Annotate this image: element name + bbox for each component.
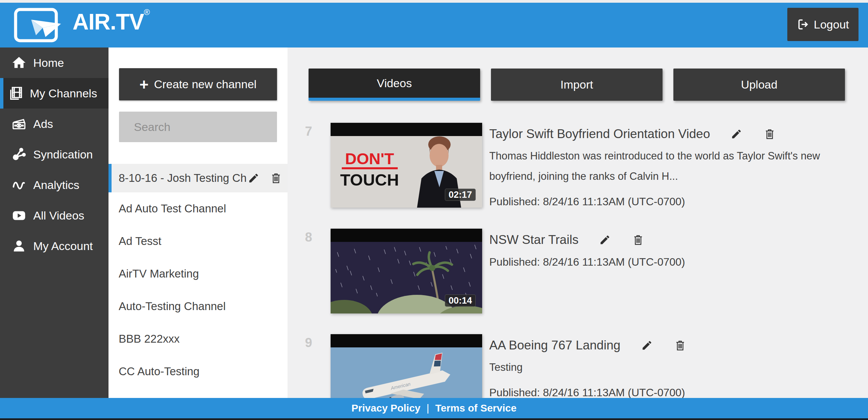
channel-name: Ad Auto Test Channel [119,202,283,215]
thumb-text-touch: TOUCH [340,171,399,189]
footer: Privacy Policy | Terms of Service [0,398,868,418]
video-published: Published: 8/24/16 11:13AM (UTC-0700) [489,256,855,268]
channel-name: AirTV Marketing [119,267,283,280]
video-title: AA Boeing 767 Landing [489,338,620,352]
airtv-logo-icon [10,5,68,45]
video-description: Testing [489,357,855,378]
create-channel-label: Create new channel [154,78,256,91]
channel-item[interactable]: CC Auto-Testing [108,355,288,388]
channel-search-box [119,112,277,142]
create-channel-button[interactable]: + Create new channel [119,68,277,100]
analytics-icon [11,177,27,193]
video-thumbnail[interactable]: 00:14 [331,229,482,313]
channel-item[interactable]: Ad Auto Test Channel [108,192,288,225]
channel-item[interactable]: Ad Tesst [108,225,288,257]
sidebar-item-ads[interactable]: Ads [0,109,108,139]
video-number: 7 [298,123,319,139]
sidebar-item-label: Analytics [33,178,79,192]
channel-item[interactable]: BBB 222xxx [108,323,288,355]
bottom-strip [0,418,868,420]
delete-video-icon[interactable] [631,233,645,247]
channel-name: BBB 222xxx [119,332,283,345]
edit-video-icon[interactable] [640,339,654,352]
thumb-text-dont: DON'T [345,150,394,168]
delete-channel-icon[interactable] [269,171,283,185]
registered-mark: ® [144,7,150,17]
duration-badge: 02:17 [445,189,476,201]
privacy-policy-link[interactable]: Privacy Policy [352,402,420,414]
app-header: AIR.TV ® Logout [0,3,868,47]
video-info: NSW Star Trails Published: 8/24/16 11:13… [489,229,855,268]
all-videos-icon [11,208,27,223]
syndication-icon [11,147,27,162]
terms-of-service-link[interactable]: Terms of Service [435,402,517,414]
tab-bar: Videos Import Upload [309,69,845,101]
sidebar-item-home[interactable]: Home [0,47,108,78]
sidebar: Home My Channels Ads [0,47,108,420]
edit-channel-icon[interactable] [247,171,260,185]
video-title: NSW Star Trails [489,233,578,247]
duration-badge: 00:14 [445,294,476,307]
top-strip [0,0,868,3]
sidebar-item-my-channels[interactable]: My Channels [0,78,108,109]
account-icon [11,238,27,254]
delete-video-icon[interactable] [763,127,776,141]
footer-separator: | [427,402,429,414]
sidebar-item-label: Ads [33,117,53,131]
channel-item[interactable]: Auto-Testing Channel [108,290,288,323]
video-number: 9 [298,334,319,350]
delete-video-icon[interactable] [673,339,687,352]
video-published: Published: 8/24/16 11:13AM (UTC-0700) [489,386,855,399]
tab-upload[interactable]: Upload [673,69,845,101]
logout-icon [797,18,809,31]
channels-panel: + Create new channel 8-10-16 - Josh Test… [108,47,288,398]
sidebar-item-syndication[interactable]: Syndication [0,139,108,170]
channel-search-input[interactable] [134,120,284,134]
video-info: Taylor Swift Boyfriend Orientation Video… [489,123,855,208]
video-thumbnail[interactable]: DON'T TOUCH 02:17 [331,123,482,208]
sidebar-item-label: My Channels [30,87,97,100]
sidebar-item-label: All Videos [33,209,84,222]
video-row: 7 DON'T TOUCH 02:17 [288,123,868,208]
sidebar-item-label: Syndication [33,148,93,161]
edit-video-icon[interactable] [730,127,743,141]
logout-button[interactable]: Logout [787,8,859,41]
channel-name: Auto-Testing Channel [119,300,283,313]
video-published: Published: 8/24/16 11:13AM (UTC-0700) [489,195,855,208]
channel-item-selected[interactable]: 8-10-16 - Josh Testing Ch... [108,164,288,192]
sidebar-item-label: Home [33,56,64,70]
airtv-logo[interactable]: AIR.TV ® [10,5,150,45]
video-row: 8 [288,229,868,313]
channel-item[interactable]: AirTV Marketing [108,257,288,290]
tab-import[interactable]: Import [491,69,663,101]
video-list: 7 DON'T TOUCH 02:17 [288,123,868,420]
channel-list: 8-10-16 - Josh Testing Ch... Ad Auto Tes… [108,164,288,388]
edit-video-icon[interactable] [598,233,612,247]
sidebar-item-my-account[interactable]: My Account [0,231,108,261]
logout-label: Logout [814,18,849,31]
sidebar-item-analytics[interactable]: Analytics [0,170,108,200]
video-description: Thomas Hiddleston was reintroduced to th… [489,146,855,187]
plus-icon: + [139,78,149,91]
tab-videos[interactable]: Videos [309,69,480,101]
channel-name: CC Auto-Testing [119,365,283,378]
sidebar-item-all-videos[interactable]: All Videos [0,200,108,231]
main-content: Videos Import Upload 7 DON'T TOUC [288,47,868,420]
video-number: 8 [298,229,319,245]
channel-name: Ad Tesst [119,235,283,248]
logo-text: AIR.TV [73,5,144,39]
channel-name: 8-10-16 - Josh Testing Ch... [119,172,247,185]
channels-icon [7,85,24,101]
video-title: Taylor Swift Boyfriend Orientation Video [489,127,710,141]
sidebar-item-label: My Account [33,240,93,253]
ads-icon [11,116,27,132]
home-icon [11,55,27,71]
video-info: AA Boeing 767 Landing Testing Published:… [489,334,855,399]
